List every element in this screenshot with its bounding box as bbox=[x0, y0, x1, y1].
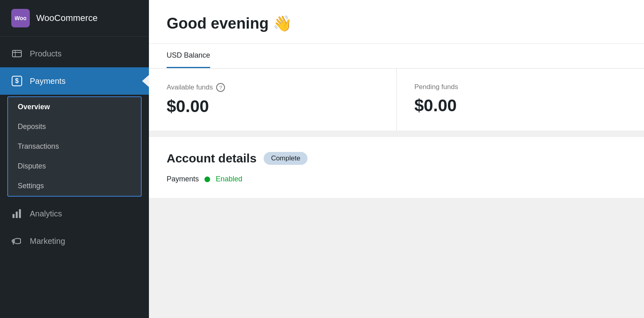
payments-icon: $ bbox=[11, 75, 23, 87]
sidebar-item-payments[interactable]: $ Payments bbox=[0, 67, 149, 95]
svg-rect-9 bbox=[19, 209, 21, 218]
balance-section: USD Balance Available funds ? $0.00 Pend… bbox=[149, 44, 644, 131]
sidebar-item-payments-label: Payments bbox=[30, 77, 66, 86]
pending-funds-amount: $0.00 bbox=[415, 96, 627, 115]
sidebar-item-products[interactable]: Products bbox=[0, 40, 149, 67]
submenu-item-overview[interactable]: Overview bbox=[8, 97, 141, 117]
products-icon bbox=[11, 48, 23, 59]
submenu-item-deposits[interactable]: Deposits bbox=[8, 117, 141, 137]
balance-tabs: USD Balance bbox=[149, 44, 644, 69]
analytics-icon bbox=[11, 208, 23, 219]
sidebar-menu: Products $ Payments Overview Deposits Tr… bbox=[0, 37, 149, 318]
submenu-item-settings[interactable]: Settings bbox=[8, 176, 141, 196]
balance-cards: Available funds ? $0.00 Pending funds $0… bbox=[149, 69, 644, 131]
complete-badge: Complete bbox=[264, 152, 308, 165]
sidebar-item-analytics-label: Analytics bbox=[30, 209, 62, 218]
svg-text:$: $ bbox=[15, 77, 19, 84]
account-row-label: Payments bbox=[167, 175, 199, 183]
available-funds-card: Available funds ? $0.00 bbox=[149, 69, 397, 131]
available-funds-help-icon[interactable]: ? bbox=[216, 83, 225, 92]
sidebar-item-analytics[interactable]: Analytics bbox=[0, 200, 149, 227]
svg-rect-2 bbox=[12, 50, 21, 57]
payments-submenu: Overview Deposits Transactions Disputes … bbox=[7, 96, 142, 197]
usd-balance-tab[interactable]: USD Balance bbox=[167, 44, 210, 68]
svg-text:Woo: Woo bbox=[15, 15, 26, 21]
account-header: Account details Complete bbox=[167, 152, 626, 165]
submenu-item-disputes[interactable]: Disputes bbox=[8, 156, 141, 176]
sidebar-logo-label: WooCommerce bbox=[36, 13, 97, 23]
sidebar-item-marketing[interactable]: Marketing bbox=[0, 227, 149, 255]
account-section: Account details Complete Payments Enable… bbox=[149, 137, 644, 198]
available-funds-label: Available funds ? bbox=[167, 83, 379, 92]
sidebar-item-marketing-label: Marketing bbox=[30, 237, 65, 246]
sidebar: Woo WooCommerce Products $ bbox=[0, 0, 149, 318]
account-title: Account details bbox=[167, 152, 256, 165]
available-funds-amount: $0.00 bbox=[167, 97, 379, 116]
greeting-title: Good evening 👋 bbox=[167, 15, 626, 32]
account-status-label: Enabled bbox=[216, 175, 242, 183]
woo-icon: Woo bbox=[11, 9, 30, 27]
sidebar-logo[interactable]: Woo WooCommerce bbox=[0, 0, 149, 37]
enabled-dot-icon bbox=[204, 177, 210, 182]
marketing-icon bbox=[11, 235, 23, 247]
greeting-section: Good evening 👋 bbox=[149, 0, 644, 44]
main-content: Good evening 👋 USD Balance Available fun… bbox=[149, 0, 644, 318]
pending-funds-card: Pending funds $0.00 bbox=[397, 69, 644, 131]
svg-rect-7 bbox=[12, 214, 14, 218]
account-row-payments: Payments Enabled bbox=[167, 168, 626, 183]
pending-funds-label: Pending funds bbox=[415, 83, 627, 91]
svg-rect-8 bbox=[16, 212, 18, 218]
submenu-item-transactions[interactable]: Transactions bbox=[8, 137, 141, 156]
sidebar-item-products-label: Products bbox=[30, 49, 62, 58]
